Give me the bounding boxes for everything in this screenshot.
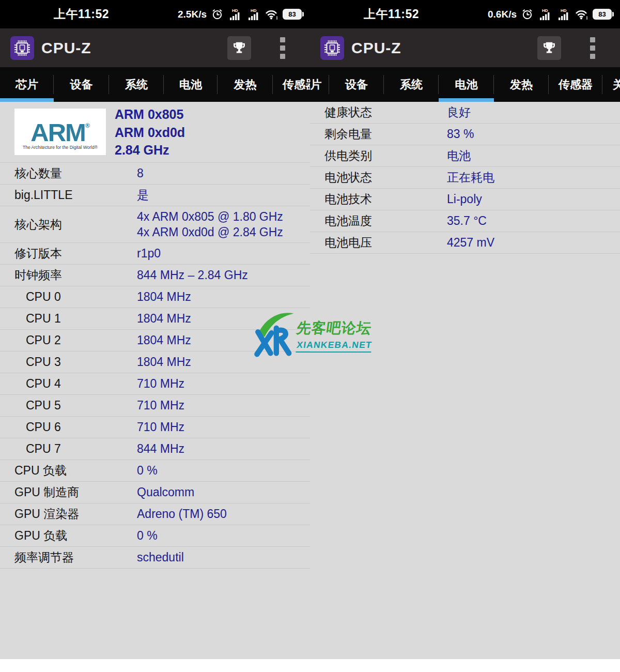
cpu-freq-line: 2.84 GHz xyxy=(115,141,185,159)
status-bar: 上午11:52 0.6K/s HD HD xyxy=(310,0,620,28)
battery-nub xyxy=(612,12,614,17)
alarm-clock-icon xyxy=(521,8,533,20)
sim1-signal-icon: HD xyxy=(538,8,552,21)
net-speed-text: 0.6K/s xyxy=(488,9,517,20)
wifi-icon xyxy=(575,9,588,20)
battery-percent-text: 83 xyxy=(598,10,606,18)
info-row: GPU 制造商Qualcomm xyxy=(0,482,310,503)
battery-content-scroll[interactable]: 健康状态良好 剩余电量83 % 供电类别电池 电池状态正在耗电 电池技术Li-p… xyxy=(310,102,620,659)
svg-text:HD: HD xyxy=(561,8,567,13)
info-row: 电池温度35.7 °C xyxy=(310,210,620,232)
page-bottom-margin xyxy=(0,659,620,672)
info-row: GPU 渲染器Adreno (TM) 650 xyxy=(0,503,310,525)
overflow-menu-button[interactable] xyxy=(588,35,597,61)
cpuz-app-icon xyxy=(10,36,34,60)
site-watermark: 先客吧论坛 XIANKEBA.NET xyxy=(252,308,372,363)
arm-logo: ARM® The Architecture for the Digital Wo… xyxy=(14,109,106,155)
cpu-name-line1: ARM 0x805 xyxy=(115,105,185,124)
net-speed-text: 2.5K/s xyxy=(178,9,207,20)
info-row: 核心数量8 xyxy=(0,163,310,185)
clock-text: 上午11:52 xyxy=(364,6,419,22)
chip-content-scroll[interactable]: ARM® The Architecture for the Digital Wo… xyxy=(0,102,310,659)
info-row: 频率调节器schedutil xyxy=(0,547,310,569)
watermark-text: 先客吧论坛 XIANKEBA.NET xyxy=(297,318,372,353)
info-row: CPU 6710 MHz xyxy=(0,417,310,438)
trophy-icon xyxy=(231,40,247,56)
battery-nub xyxy=(302,12,304,17)
svg-text:HD: HD xyxy=(542,8,548,13)
info-row: 健康状态良好 xyxy=(310,102,620,124)
arm-tagline: The Architecture for the Digital World® xyxy=(23,145,98,150)
sim1-signal-icon: HD xyxy=(228,8,242,21)
tab-sensors[interactable]: 传感器 xyxy=(549,67,602,102)
tab-thermal[interactable]: 发热 xyxy=(218,67,273,102)
tab-thermal[interactable]: 发热 xyxy=(494,67,549,102)
alarm-clock-icon xyxy=(211,8,223,20)
tab-device[interactable]: 设备 xyxy=(329,67,384,102)
info-row: 电池状态正在耗电 xyxy=(310,167,620,189)
app-title: CPU-Z xyxy=(351,39,537,57)
info-row: CPU 负载0 % xyxy=(0,460,310,482)
tab-chip[interactable]: 芯片 xyxy=(0,67,54,102)
battery-indicator: 83 xyxy=(283,9,304,20)
info-row: 时钟频率844 MHz – 2.84 GHz xyxy=(0,265,310,286)
watermark-site-url: XIANKEBA.NET xyxy=(296,340,373,353)
battery-indicator: 83 xyxy=(593,9,614,20)
overflow-menu-button[interactable] xyxy=(278,35,287,61)
cpu-title-lines: ARM 0x805 ARM 0xd0d 2.84 GHz xyxy=(115,105,185,159)
status-icons: 0.6K/s HD HD xyxy=(488,8,614,21)
info-row: 电池电压4257 mV xyxy=(310,232,620,254)
tab-battery[interactable]: 电池 xyxy=(164,67,218,102)
info-row: big.LITTLE是 xyxy=(0,185,310,206)
info-row: GPU 负载0 % xyxy=(0,525,310,547)
info-row: 核心架构4x ARM 0x805 @ 1.80 GHz4x ARM 0xd0d … xyxy=(0,206,310,243)
trophy-button[interactable] xyxy=(227,36,251,60)
cpu-name-line2: ARM 0xd0d xyxy=(115,124,185,142)
app-title: CPU-Z xyxy=(41,39,227,57)
cpuz-app-icon xyxy=(320,36,344,60)
sim2-signal-icon: HD xyxy=(556,8,570,21)
xiankeba-logo-icon xyxy=(252,308,296,358)
info-row: 电池技术Li-poly xyxy=(310,189,620,210)
battery-percent-text: 83 xyxy=(288,10,296,18)
tab-bar: 芯片 设备 系统 电池 发热 传感器 xyxy=(0,67,310,102)
trophy-icon xyxy=(541,40,557,56)
info-row: CPU 7844 MHz xyxy=(0,438,310,460)
clock-text: 上午11:52 xyxy=(54,6,109,22)
tab-battery[interactable]: 电池 xyxy=(439,67,494,102)
svg-text:HD: HD xyxy=(251,8,257,13)
app-bar: CPU-Z xyxy=(310,28,620,67)
tab-sensors[interactable]: 传感器 xyxy=(273,67,310,102)
sim2-signal-icon: HD xyxy=(246,8,260,21)
tab-chip-partial[interactable]: 芯片 xyxy=(310,67,329,102)
info-row: CPU 01804 MHz xyxy=(0,286,310,308)
wifi-icon xyxy=(265,9,278,20)
info-row: 供电类别电池 xyxy=(310,145,620,167)
tab-system[interactable]: 系统 xyxy=(109,67,164,102)
watermark-title: 先客吧论坛 xyxy=(296,318,374,338)
status-icons: 2.5K/s HD HD xyxy=(178,8,304,21)
info-row: CPU 4710 MHz xyxy=(0,373,310,395)
info-row: 剩余电量83 % xyxy=(310,124,620,145)
svg-text:HD: HD xyxy=(232,8,238,13)
app-bar: CPU-Z xyxy=(0,28,310,67)
info-row: 修订版本r1p0 xyxy=(0,243,310,265)
tab-bar: 芯片 设备 系统 电池 发热 传感器 关 xyxy=(310,67,620,102)
tab-system[interactable]: 系统 xyxy=(384,67,439,102)
cpu-header: ARM® The Architecture for the Digital Wo… xyxy=(0,102,310,163)
info-row: CPU 5710 MHz xyxy=(0,395,310,417)
tab-device[interactable]: 设备 xyxy=(54,67,109,102)
status-bar: 上午11:52 2.5K/s HD HD xyxy=(0,0,310,28)
tab-about-partial[interactable]: 关 xyxy=(602,67,620,102)
dual-screenshot-canvas: 上午11:52 2.5K/s HD HD xyxy=(0,0,620,672)
trophy-button[interactable] xyxy=(537,36,561,60)
